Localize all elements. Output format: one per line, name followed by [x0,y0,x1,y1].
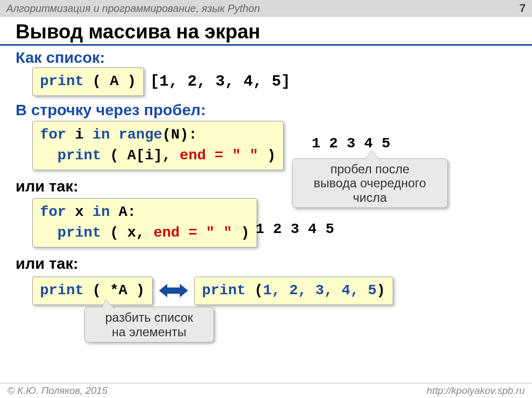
callout-split-list: разбить список на элементы [84,307,214,342]
page-title: Вывод массива на экран [0,17,532,46]
callout-text: разбить список на элементы [105,310,193,339]
subhead-or2: или так: [16,255,516,272]
code-print-star: print ( *A ) [32,277,153,305]
content-area: Как список: print ( A ) [1, 2, 3, 4, 5] … [0,46,532,383]
callout-tail-icon [101,300,115,309]
code-for-x: for x in A: print ( x, end = " " ) [32,198,257,248]
copyright: © К.Ю. Поляков, 2015 [7,385,108,396]
doc-title: Алгоритмизация и программирование, язык … [6,3,260,15]
code-print-expanded: print (1, 2, 3, 4, 5) [194,277,393,305]
code-print-list: print ( A ) [32,67,144,96]
page-number: 7 [520,2,526,15]
output-for-x: 1 2 3 4 5 [256,221,334,237]
output-list: [1, 2, 3, 4, 5] [150,73,290,90]
svg-marker-0 [159,284,188,297]
subhead-as-list: Как список: [16,49,516,66]
double-arrow-icon [159,283,188,298]
site-url: http://kpolyakov.spb.ru [427,385,525,396]
code-for-range: for i in range(N): print ( A[i], end = "… [32,121,284,170]
output-for-range: 1 2 3 4 5 [312,135,390,152]
header-bar: Алгоритмизация и программирование, язык … [0,0,532,17]
subhead-space-row: В строчку через пробел: [16,101,516,119]
callout-tail-icon [365,150,379,160]
footer-bar: © К.Ю. Поляков, 2015 http://kpolyakov.sp… [0,383,532,398]
